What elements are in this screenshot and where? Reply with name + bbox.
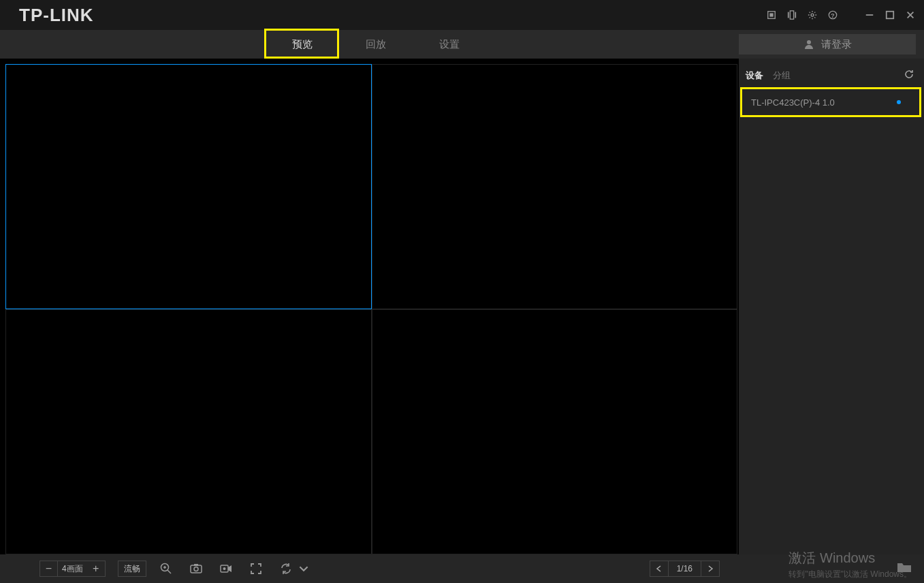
- svg-rect-19: [194, 564, 198, 566]
- sidebar-tab-device[interactable]: 设备: [746, 69, 763, 82]
- fullscreen-icon[interactable]: [246, 558, 266, 579]
- zoom-in-icon[interactable]: [156, 558, 176, 579]
- screenshot-icon[interactable]: [766, 10, 777, 20]
- svg-rect-2: [788, 12, 789, 18]
- tab-settings[interactable]: 设置: [413, 30, 486, 59]
- bottombar: − 4画面 + 流畅 1/16: [0, 554, 924, 583]
- svg-point-12: [807, 40, 811, 44]
- video-cell-3[interactable]: [5, 309, 372, 554]
- device-name: TL-IPC423C(P)-4 1.0: [751, 97, 835, 108]
- device-item[interactable]: TL-IPC423C(P)-4 1.0: [743, 90, 920, 114]
- video-cell-4[interactable]: [372, 309, 738, 554]
- split-label: 4画面: [58, 563, 87, 575]
- minimize-icon[interactable]: [864, 10, 875, 20]
- gear-icon[interactable]: [807, 10, 818, 20]
- svg-line-14: [168, 570, 171, 573]
- device-list: TL-IPC423C(P)-4 1.0: [739, 87, 924, 117]
- login-button[interactable]: 请登录: [739, 34, 916, 54]
- cycle-icon[interactable]: [276, 558, 296, 579]
- pager-prev-button[interactable]: [650, 561, 669, 577]
- svg-rect-1: [769, 13, 773, 16]
- record-icon[interactable]: [216, 558, 236, 579]
- help-icon[interactable]: ?: [827, 10, 838, 20]
- svg-rect-4: [795, 12, 796, 18]
- sidebar: 设备 分组 TL-IPC423C(P)-4 1.0: [739, 59, 924, 554]
- quality-selector[interactable]: 流畅: [118, 561, 146, 577]
- svg-rect-3: [790, 11, 793, 19]
- svg-point-21: [223, 567, 225, 570]
- brand-logo: TP-LINK: [19, 5, 94, 26]
- split-minus-button[interactable]: −: [40, 561, 58, 576]
- titlebar: TP-LINK ?: [0, 0, 924, 30]
- tab-preview[interactable]: 预览: [266, 30, 339, 59]
- pager: 1/16: [650, 561, 720, 577]
- split-plus-button[interactable]: +: [87, 561, 105, 576]
- user-icon: [803, 39, 814, 50]
- pager-next-button[interactable]: [701, 561, 720, 577]
- refresh-icon[interactable]: [904, 69, 914, 82]
- svg-text:?: ?: [831, 12, 834, 19]
- pager-label: 1/16: [669, 561, 701, 577]
- close-icon[interactable]: [905, 10, 916, 20]
- sidebar-tabs: 设备 分组: [739, 64, 924, 87]
- login-label: 请登录: [821, 38, 852, 51]
- cycle-dropdown-icon[interactable]: [299, 558, 308, 579]
- svg-point-18: [194, 567, 198, 571]
- main: 设备 分组 TL-IPC423C(P)-4 1.0: [0, 59, 924, 554]
- status-dot-icon: [897, 100, 901, 104]
- video-grid: [0, 59, 739, 554]
- svg-rect-17: [191, 565, 202, 573]
- layers-icon[interactable]: [786, 10, 797, 20]
- snapshot-icon[interactable]: [186, 558, 206, 579]
- video-cell-2[interactable]: [372, 64, 738, 309]
- tabbar: 预览 回放 设置 请登录: [0, 30, 924, 59]
- tab-playback[interactable]: 回放: [339, 30, 413, 59]
- split-control: − 4画面 +: [39, 561, 106, 577]
- svg-point-5: [811, 14, 814, 16]
- video-cell-1[interactable]: [5, 64, 372, 309]
- sidebar-tab-group[interactable]: 分组: [773, 69, 791, 82]
- svg-rect-9: [887, 12, 894, 19]
- folder-icon[interactable]: [897, 561, 912, 576]
- maximize-icon[interactable]: [885, 10, 895, 20]
- window-controls: ?: [766, 10, 916, 20]
